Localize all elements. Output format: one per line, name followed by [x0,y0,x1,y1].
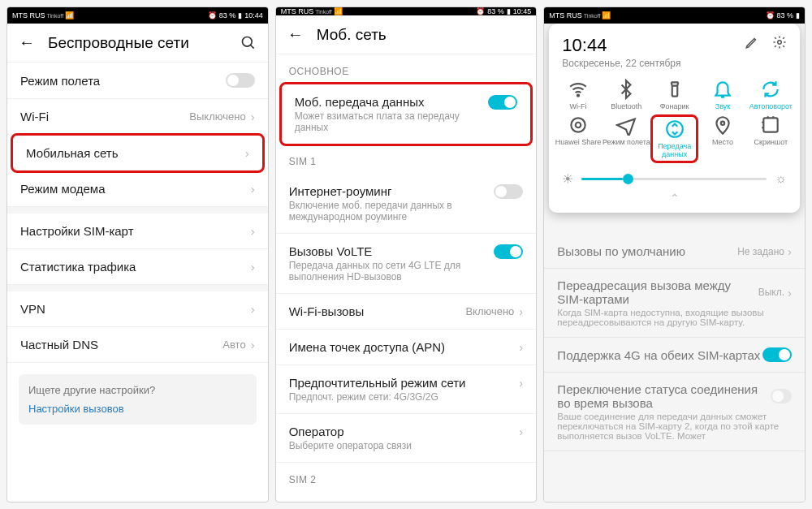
row-4g-both[interactable]: Поддержка 4G на обеих SIM-картах [544,338,805,373]
apn-label: Имена точек доступа (APN) [289,340,520,354]
qs-location[interactable]: Место [698,114,746,163]
qs-sound-label: Звук [698,103,746,111]
brightness-high-icon: ☼ [775,171,787,186]
search-icon[interactable] [240,35,257,51]
phone-mobile-network: MTS RUS Tinkoff 📶 ⏰ 83 % ▮ 10:45 ← Моб. … [275,6,538,503]
wificall-label: Wi-Fi-вызовы [289,304,466,318]
gear-icon[interactable] [772,35,787,50]
chevron-right-icon: › [788,286,792,300]
battery-label: 83 % [777,11,794,19]
qs-share-label: Huawei Share [554,139,602,147]
qs-screenshot[interactable]: Скриншот [747,114,795,163]
volte-toggle[interactable] [494,244,523,259]
qs-airplane[interactable]: Режим полета [603,114,650,163]
row-sim-settings[interactable]: Настройки SIM-карт › [7,214,268,249]
airplane-toggle[interactable] [226,73,255,88]
brightness-track[interactable] [581,178,767,180]
lte4g-toggle[interactable] [762,347,792,362]
signal-icon: 📶 [602,11,611,19]
status-bar: MTS RUS Tinkoff 📶 ⏰ 83 % ▮ 10:45 [276,7,537,15]
location-icon [712,114,733,136]
clock-label: 10:45 [513,7,532,15]
header: ← Моб. сеть [276,15,537,54]
mobdata-toggle[interactable] [488,95,517,110]
row-roaming[interactable]: Интернет-роуминг Включение моб. передачи… [276,174,537,234]
carrier-label: MTS RUS [12,11,45,19]
qs-rotate[interactable]: Автоповорот [747,79,795,111]
oper-label: Оператор [289,425,520,438]
brightness-slider[interactable]: ☀ ☼ [549,166,800,192]
chevron-right-icon: › [519,304,523,318]
bluetooth-icon [615,79,637,100]
row-tethering[interactable]: Режим модема › [7,171,268,207]
qs-time: 10:44 [562,35,680,56]
qs-sound[interactable]: Звук [698,79,746,111]
row-mobile-data[interactable]: Моб. передача данных Может взиматься пла… [279,82,533,146]
row-pref-mode[interactable]: Предпочтительный режим сети Предпочт. ре… [276,365,537,414]
volte-sub: Передача данных по сети 4G LTE для выпол… [289,260,495,283]
carrier2-label: Tinkoff [47,13,64,19]
row-call-forward[interactable]: Переадресация вызова между SIM-картами В… [544,269,805,338]
qs-bluetooth[interactable]: Bluetooth [603,79,650,111]
pref-label: Предпочтительный режим сети [289,376,520,390]
row-operator[interactable]: Оператор Выберите оператора связи › [276,414,537,463]
mobdata-label: Моб. передача данных [295,95,489,109]
chevron-right-icon: › [519,340,523,354]
battery-label: 83 % [487,7,504,15]
promo-link[interactable]: Настройки вызовов [28,403,247,415]
qs-flashlight[interactable]: Фонарик [650,79,698,111]
alarm-icon: ⏰ [476,7,485,15]
svg-rect-9 [764,118,778,132]
row-apn[interactable]: Имена точек доступа (APN) › [276,330,537,365]
airplane-label: Режим полета [20,74,226,88]
chevron-right-icon: › [245,146,249,160]
pref-sub: Предпочт. режим сети: 4G/3G/2G [289,391,520,403]
row-switch-conn[interactable]: Переключение статуса соединения во время… [544,373,805,451]
qs-rotate-label: Автоповорот [747,103,795,111]
qs-date: Воскресенье, 22 сентября [562,58,680,69]
status-bar: MTS RUS Tinkoff 📶 ⏰ 83 % ▮ [544,7,805,24]
battery-icon: ▮ [238,11,242,19]
row-dns[interactable]: Частный DNS Авто › [7,327,268,363]
svg-rect-4 [672,86,677,97]
battery-icon: ▮ [796,11,800,19]
row-traffic[interactable]: Статистика трафика › [7,249,268,285]
roaming-toggle[interactable] [494,184,523,199]
chevron-right-icon: › [519,425,523,438]
fwd-label: Переадресация вызова между SIM-картами [557,278,758,306]
wifi-icon [568,79,589,100]
row-roaming2[interactable]: Интернет-роуминг [276,492,537,503]
row-airplane[interactable]: Режим полета [7,63,268,99]
qs-mobile-data[interactable]: Передача данных [650,114,698,163]
bell-icon [712,79,733,100]
battery-icon: ▮ [507,7,511,15]
flashlight-icon [664,79,685,100]
row-default-calls[interactable]: Вызовы по умолчанию Не задано › [544,235,805,269]
qs-share[interactable]: Huawei Share [554,114,602,163]
back-icon[interactable]: ← [287,25,304,44]
chevron-right-icon: › [251,260,255,274]
signal-icon: 📶 [65,11,74,19]
switch-toggle[interactable] [771,389,792,403]
promo-question: Ищете другие настройки? [28,384,247,396]
row-wifi[interactable]: Wi-Fi Выключено › [7,99,268,135]
row-mobile-network[interactable]: Мобильная сеть › [11,133,265,173]
rotate-icon [760,79,781,100]
back-icon[interactable]: ← [19,33,35,52]
expand-handle-icon[interactable]: ⌃ [549,192,800,205]
alarm-icon: ⏰ [208,11,217,19]
defcall-value: Не задано [737,246,784,257]
row-vpn[interactable]: VPN › [7,291,268,327]
svg-line-1 [250,45,253,48]
qs-flash-label: Фонарик [650,103,698,111]
airplane-icon [615,114,637,136]
dns-value: Авто [222,339,245,351]
lte4g-label: Поддержка 4G на обеих SIM-картах [557,348,760,362]
phone-quick-settings: MTS RUS Tinkoff 📶 ⏰ 83 % ▮ Вызовы по умо… [543,6,806,503]
row-wificall[interactable]: Wi-Fi-вызовы Включено › [276,294,537,330]
qs-wifi[interactable]: Wi-Fi [554,79,602,111]
row-volte[interactable]: Вызовы VoLTE Передача данных по сети 4G … [276,234,537,294]
edit-icon[interactable] [745,35,759,50]
qs-wifi-label: Wi-Fi [554,103,602,111]
fwd-sub: Когда SIM-карта недоступна, входящие выз… [557,308,792,327]
